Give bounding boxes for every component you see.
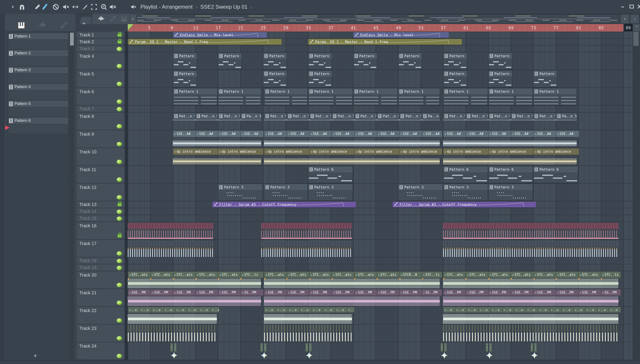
playlist-track-row[interactable]: Pat..n 5Pat..n 5Pat..n 5Pa..n 5Pat..n 5P…	[128, 112, 632, 130]
audio-clip[interactable]: »SSE..A#	[533, 130, 558, 137]
audio-clip[interactable]: »SSE..PM	[309, 289, 334, 296]
track-enable-led[interactable]	[116, 251, 122, 256]
audio-clip[interactable]: »SSE..PM	[287, 289, 311, 296]
playlist-track-row[interactable]: Pattern 4Pattern 4Pattern 4Pattern 4Patt…	[128, 70, 632, 88]
track-enable-led[interactable]	[116, 282, 122, 288]
pattern-clip[interactable]: Pattern 2	[398, 52, 422, 70]
automation-clip[interactable]: Endless Smile - Mix level	[173, 32, 267, 38]
track-header[interactable]: Track 23···	[77, 324, 125, 342]
pattern-clip[interactable]: Pattern 2	[353, 52, 377, 70]
playlist-track-row[interactable]: Filter - Serum #3 - Cutoff frequencyFilt…	[128, 201, 632, 208]
audio-clip[interactable]: »STC..ats	[150, 272, 175, 278]
track-name[interactable]: Track 17	[79, 241, 96, 246]
audio-clip[interactable]: »SSE..PM	[195, 289, 220, 296]
track-header[interactable]: Track 12···	[77, 184, 125, 201]
track-enable-led[interactable]	[116, 300, 122, 306]
audio-clip[interactable]: »SSE..A#	[309, 130, 334, 137]
audio-clip[interactable]: »STCR..0	[399, 272, 423, 278]
audio-clip[interactable]: »STC..ats	[443, 272, 468, 278]
track-name[interactable]: Track 10	[79, 149, 96, 154]
waveform-arc-band[interactable]	[128, 249, 213, 257]
pattern-clip[interactable]: Pattern 1	[488, 88, 533, 105]
track-options-dots[interactable]: ···	[80, 234, 85, 238]
paint-icon[interactable]	[41, 3, 49, 11]
scroll-up-button[interactable]: ⌃	[633, 24, 640, 32]
track-header[interactable]: Track 14	[77, 208, 125, 215]
track-name[interactable]: Track 2	[79, 39, 94, 44]
automation-clip[interactable]: Filter - Serum #3 - Cutoff frequency	[212, 202, 356, 208]
track-header[interactable]: Track 24···	[77, 342, 125, 360]
audio-clip[interactable]: »SSE..A#	[173, 130, 197, 137]
pattern-clip[interactable]: Pattern 4	[533, 70, 557, 88]
automation-spike-band[interactable]	[128, 230, 213, 239]
audio-clip[interactable]: »SSE..A#	[287, 130, 311, 137]
audio-clip[interactable]: »SSE..PM	[466, 289, 490, 296]
track-header[interactable]: Track 18	[77, 258, 125, 264]
pattern-list-scrollbar[interactable]	[69, 31, 75, 364]
track-options-dots[interactable]: ···	[80, 100, 85, 104]
audio-clip[interactable]: »STC..ats	[578, 272, 603, 278]
vertical-scrollbar[interactable]	[633, 32, 639, 360]
track-options-dots[interactable]: ···	[80, 195, 85, 200]
breadcrumb-primary[interactable]: Playlist - Arrangement	[140, 4, 193, 10]
track-header[interactable]: Track 16···	[77, 222, 125, 240]
pattern-clip[interactable]: Pattern 2	[488, 52, 512, 70]
scroll-options-button[interactable]: ▪	[630, 14, 639, 24]
track-options-dots[interactable]: ···	[80, 283, 85, 288]
audio-clip[interactable]: »SSE..PM	[264, 289, 288, 296]
track-name[interactable]: Track 13	[79, 202, 96, 207]
audio-clip[interactable]: »SSE..PM	[511, 289, 535, 296]
pattern-clip[interactable]: Pat..n 5	[195, 113, 218, 120]
audio-clip[interactable]: »SSE..PM	[377, 289, 401, 296]
preview-speaker-icon[interactable]	[109, 3, 116, 11]
track-options-dots[interactable]: ···	[80, 142, 85, 147]
automation-clip[interactable]: Param. EQ 2 - Master - Band 1 freq	[308, 39, 462, 45]
audio-clip[interactable]: »..e	[609, 307, 621, 313]
note-clip-band[interactable]	[443, 240, 618, 247]
pattern-clip[interactable]: Pat..n 5	[287, 113, 309, 120]
track-name[interactable]: Track 6	[79, 89, 94, 94]
track-enable-led[interactable]	[116, 336, 122, 341]
pattern-clip[interactable]: Pattern 2	[218, 52, 242, 70]
track-name[interactable]: Track 20	[79, 272, 96, 278]
audio-clip[interactable]: »STC..ats	[533, 272, 558, 278]
playlist-track-row[interactable]: Pattern 1Pattern 1Pattern 1Pattern 1Patt…	[128, 88, 632, 106]
audio-clip[interactable]: »..e	[210, 307, 219, 313]
track-header[interactable]: Track 7	[77, 106, 125, 112]
track-options-dots[interactable]: ···	[80, 82, 85, 86]
track-name[interactable]: Track 24	[79, 344, 96, 349]
automation-clip[interactable]: Filter - Serum #3 - Cutoff frequency	[392, 202, 536, 208]
playlist-track-row[interactable]: ››✦››✦››✦››✦››✦››✦	[128, 342, 632, 360]
playlist-track-row[interactable]: Pattern 2Pattern 2Pattern 2Pattern 2Patt…	[128, 52, 632, 70]
pattern-clip[interactable]: Pattern 1	[443, 88, 488, 105]
pattern-clip[interactable]: Pat..n 5	[173, 113, 195, 120]
pattern-clip[interactable]: Pattern 4	[488, 70, 512, 88]
note-clip-band[interactable]	[261, 223, 352, 229]
playlist-track-row[interactable]: »STC..ats»STC..ats»STC..ats»STC..ats»STC…	[128, 271, 632, 289]
playlist-grid[interactable]: Endless Smile - Mix levelEndless Smile -…	[128, 32, 632, 360]
audio-clip[interactable]: »SSE..PM	[488, 289, 513, 296]
pattern-clip[interactable]: Pattern 1	[353, 88, 398, 105]
picker-tab-patterns[interactable]	[17, 21, 25, 29]
track-name[interactable]: Track 11	[79, 167, 96, 172]
pattern-clip[interactable]: Pa..n 5	[422, 113, 440, 120]
track-header[interactable]: Track 21···	[77, 289, 125, 307]
track-header[interactable]: Track 5···	[77, 70, 125, 88]
track-name[interactable]: Track 19	[79, 265, 96, 270]
track-enable-led[interactable]	[116, 216, 122, 221]
picker-tab-automation[interactable]	[60, 21, 68, 29]
slice-icon[interactable]	[81, 3, 89, 11]
pattern-clip[interactable]: Pattern 4	[308, 70, 332, 88]
track-enable-led[interactable]	[116, 265, 122, 270]
audio-clip[interactable]: »STC..ts	[422, 272, 443, 278]
pattern-clip[interactable]: Pat..n 5	[466, 113, 488, 120]
automation-spike-band[interactable]	[261, 230, 352, 239]
pattern-clip[interactable]: Pat..n 5	[264, 113, 286, 120]
automation-spike-band[interactable]	[443, 230, 618, 239]
track-options-dots[interactable]: ···	[80, 336, 85, 341]
tick-stem-band[interactable]	[443, 325, 618, 332]
audio-clip[interactable]: »SSE..PM	[533, 289, 558, 296]
track-header[interactable]: Track 19	[77, 264, 125, 271]
pattern-clip[interactable]: Pa..n 5	[556, 113, 577, 120]
tick-bar-band[interactable]	[264, 332, 352, 341]
